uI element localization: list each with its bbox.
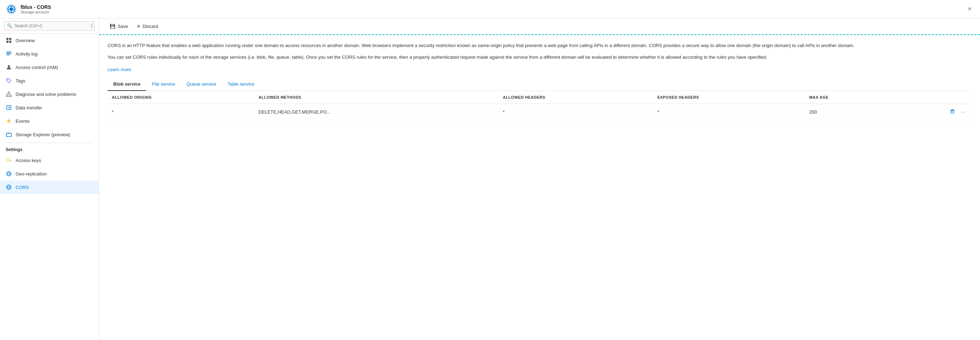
sidebar-item-access-control[interactable]: Access control (IAM) — [0, 60, 99, 74]
title-bar-left: fblux - CORS Storage account — [6, 3, 51, 15]
svg-rect-7 — [6, 41, 8, 43]
col-max-age: MAX AGE — [805, 91, 889, 104]
window-title: fblux - CORS — [21, 4, 51, 10]
svg-point-15 — [8, 95, 9, 95]
tab-table-service[interactable]: Table service — [222, 78, 260, 91]
col-allowed-methods: ALLOWED METHODS — [254, 91, 499, 104]
sidebar-nav: Overview Activity log Access control (IA… — [0, 33, 99, 340]
col-actions — [889, 91, 972, 104]
activity-log-icon — [6, 51, 12, 57]
save-label: Save — [118, 24, 128, 29]
cell-methods: DELETE,HEAD,GET,MERGE,PO... — [254, 104, 499, 120]
sidebar-item-data-transfer[interactable]: Data transfer — [0, 101, 99, 114]
cors-label: CORS — [16, 185, 93, 190]
content-area: 💾 Save ✕ Discard CORS is an HTTP feature… — [99, 18, 980, 340]
col-exposed-headers: EXPOSED HEADERS — [653, 91, 805, 104]
svg-rect-6 — [9, 38, 11, 40]
tags-icon — [6, 78, 12, 84]
overview-label: Overview — [16, 38, 93, 43]
table-header-row: ALLOWED ORIGINS ALLOWED METHODS ALLOWED … — [108, 91, 972, 104]
close-button[interactable]: × — [965, 4, 974, 14]
col-allowed-headers: ALLOWED HEADERS — [499, 91, 653, 104]
window-subtitle: Storage account — [21, 10, 51, 14]
access-control-label: Access control (IAM) — [16, 65, 93, 70]
sidebar-item-access-keys[interactable]: Access keys — [0, 154, 99, 167]
cell-headers: * — [499, 104, 653, 120]
data-transfer-icon — [6, 104, 12, 111]
collapse-icon[interactable]: 《 — [88, 23, 93, 29]
storage-explorer-icon — [6, 131, 12, 138]
table-body: * DELETE,HEAD,GET,MERGE,PO... * * 200 ··… — [108, 104, 972, 120]
sidebar-item-diagnose[interactable]: Diagnose and solve problems — [0, 87, 99, 101]
discard-label: Discard — [143, 24, 158, 29]
events-icon — [6, 118, 12, 124]
discard-button[interactable]: ✕ Discard — [133, 22, 162, 31]
cors-desc-2: You can set CORS rules individually for … — [108, 54, 972, 61]
svg-point-19 — [7, 159, 10, 162]
cors-content: CORS is an HTTP feature that enables a w… — [99, 35, 980, 340]
svg-rect-8 — [9, 41, 11, 43]
sidebar-item-storage-explorer[interactable]: Storage Explorer (preview) — [0, 128, 99, 141]
learn-more-link[interactable]: Learn more — [108, 67, 131, 72]
svg-rect-30 — [951, 109, 953, 110]
sidebar-item-geo-replication[interactable]: Geo-replication — [0, 167, 99, 180]
sidebar-item-overview[interactable]: Overview — [0, 33, 99, 47]
app-icon — [6, 3, 17, 15]
table-header: ALLOWED ORIGINS ALLOWED METHODS ALLOWED … — [108, 91, 972, 104]
delete-row-button[interactable] — [948, 108, 956, 116]
toolbar: 💾 Save ✕ Discard — [99, 18, 980, 35]
tab-blob-service[interactable]: Blob service — [108, 78, 146, 91]
svg-rect-18 — [7, 132, 11, 134]
save-button[interactable]: 💾 Save — [106, 22, 132, 31]
discard-icon: ✕ — [137, 24, 140, 29]
svg-rect-5 — [6, 38, 8, 40]
access-keys-icon — [6, 157, 12, 164]
cell-maxage: 200 — [805, 104, 889, 120]
geo-replication-label: Geo-replication — [16, 171, 93, 176]
table-row: * DELETE,HEAD,GET,MERGE,PO... * * 200 ··… — [108, 104, 972, 120]
storage-explorer-label: Storage Explorer (preview) — [16, 132, 93, 137]
svg-point-13 — [8, 79, 8, 80]
access-control-icon — [6, 64, 12, 70]
more-options-button[interactable]: ··· — [959, 108, 967, 115]
main-layout: 🔍 《 Overview Activity log — [0, 18, 980, 340]
delete-icon — [950, 109, 955, 114]
access-keys-label: Access keys — [16, 158, 93, 163]
service-tabs: Blob service File service Queue service … — [108, 78, 972, 91]
tab-file-service[interactable]: File service — [146, 78, 181, 91]
search-icon: 🔍 — [7, 23, 13, 28]
search-input[interactable] — [4, 21, 94, 30]
svg-rect-31 — [951, 111, 954, 113]
col-allowed-origins: ALLOWED ORIGINS — [108, 91, 254, 104]
overview-icon — [6, 37, 12, 43]
sidebar-item-tags[interactable]: Tags — [0, 74, 99, 87]
cors-description: CORS is an HTTP feature that enables a w… — [108, 42, 972, 61]
svg-rect-29 — [950, 110, 955, 111]
title-bar-text: fblux - CORS Storage account — [21, 4, 51, 14]
cors-table: ALLOWED ORIGINS ALLOWED METHODS ALLOWED … — [108, 91, 972, 120]
activity-log-label: Activity log — [16, 51, 93, 57]
sidebar-item-events[interactable]: Events — [0, 114, 99, 128]
geo-replication-icon — [6, 170, 12, 177]
diagnose-label: Diagnose and solve problems — [16, 92, 93, 97]
sidebar-item-cors[interactable]: CORS — [0, 180, 99, 194]
settings-heading: Settings — [0, 145, 99, 154]
events-label: Events — [16, 119, 93, 124]
tab-queue-service[interactable]: Queue service — [181, 78, 222, 91]
data-transfer-label: Data transfer — [16, 105, 93, 110]
cors-icon — [6, 184, 12, 190]
svg-rect-17 — [6, 133, 11, 137]
row-actions: ··· — [893, 108, 967, 116]
diagnose-icon — [6, 91, 12, 97]
cell-row-actions: ··· — [889, 104, 972, 120]
title-bar: fblux - CORS Storage account × — [0, 0, 980, 18]
svg-point-12 — [8, 65, 10, 67]
save-icon: 💾 — [110, 24, 115, 29]
svg-rect-9 — [6, 52, 11, 52]
sidebar-search-container: 🔍 《 — [0, 18, 99, 33]
cell-exposed: * — [653, 104, 805, 120]
settings-divider — [6, 143, 93, 143]
svg-rect-10 — [6, 53, 11, 54]
sidebar-item-activity-log[interactable]: Activity log — [0, 47, 99, 60]
tags-label: Tags — [16, 78, 93, 84]
